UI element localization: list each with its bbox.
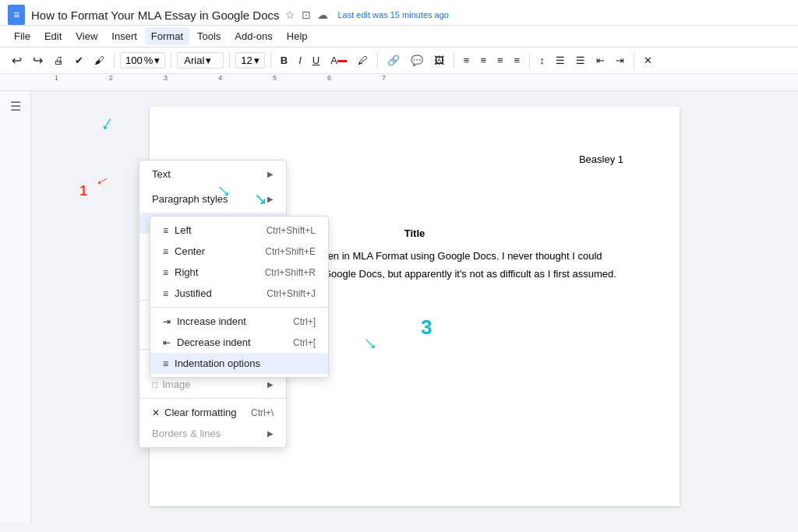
font-size-select[interactable]: 12 ▾ <box>235 52 264 69</box>
last-edit: Last edit was 15 minutes ago <box>337 10 448 19</box>
menu-row-borders[interactable]: Borders & lines ▶ <box>139 423 286 444</box>
increase-indent-label: Increase indent <box>177 315 293 327</box>
left-sidebar: ☰ <box>0 91 31 522</box>
decrease-indent-toolbar-btn[interactable]: ⇤ <box>592 52 609 69</box>
align-center-shortcut: Ctrl+Shift+E <box>265 246 316 257</box>
list-btn[interactable]: ☰ <box>552 52 569 69</box>
align-left-label: Left <box>175 224 267 236</box>
clearformat-shortcut: Ctrl+\ <box>251 407 274 418</box>
decrease-indent-shortcut: Ctrl+[ <box>293 337 316 348</box>
sep6 <box>454 53 454 69</box>
increase-indent-row[interactable]: ⇥ Increase indent Ctrl+] <box>150 311 328 332</box>
align-right-btn[interactable]: ≡ <box>493 52 507 69</box>
font-size-arrow: ▾ <box>254 55 260 66</box>
clear-format-btn[interactable]: ✕ <box>640 52 656 69</box>
menu-view[interactable]: View <box>69 27 104 45</box>
keep-icon[interactable]: ⊡ <box>302 9 311 21</box>
menu-bar: File Edit View Insert Format Tools Add-o… <box>0 26 798 48</box>
menu-row-paragraph[interactable]: Paragraph styles ↘ ▶ <box>139 185 286 213</box>
menu-edit[interactable]: Edit <box>38 27 68 45</box>
header-right-text: Beasley 1 <box>579 153 623 165</box>
menu-help[interactable]: Help <box>281 27 314 45</box>
title-bar: How to Format Your MLA Essay in Google D… <box>0 0 798 26</box>
align-center-icon: ≡ <box>163 246 168 257</box>
menu-tools[interactable]: Tools <box>191 27 227 45</box>
align-right-icon: ≡ <box>163 267 168 278</box>
line-spacing-btn[interactable]: ↕ <box>535 52 549 69</box>
align-left-icon: ≡ <box>163 225 168 236</box>
menu-file[interactable]: File <box>8 27 37 45</box>
star-icon[interactable]: ☆ <box>285 9 295 21</box>
align-left-btn[interactable]: ≡ <box>460 52 474 69</box>
align-justify-icon: ≡ <box>163 288 168 299</box>
indentation-options-row[interactable]: ≡ Indentation options <box>150 353 328 374</box>
doc-title-text: Title <box>404 227 425 239</box>
menu-insert[interactable]: Insert <box>105 27 143 45</box>
align-justify-label: Justified <box>175 287 267 299</box>
doc-title: How to Format Your MLA Essay in Google D… <box>31 9 279 22</box>
italic-btn[interactable]: I <box>295 52 305 69</box>
increase-indent-icon: ⇥ <box>163 316 171 327</box>
text-arrow-icon: ▶ <box>267 170 274 178</box>
menu-addons[interactable]: Add-ons <box>228 27 278 45</box>
align-left-shortcut: Ctrl+Shift+L <box>267 225 316 236</box>
indentation-options-icon: ≡ <box>163 358 168 369</box>
menu-text-label: Text <box>152 168 267 180</box>
align-right-label: Right <box>175 266 265 278</box>
align-justify-row[interactable]: ≡ Justified Ctrl+Shift+J <box>150 283 328 304</box>
image-icon: □ <box>152 379 157 390</box>
align-right-row[interactable]: ≡ Right Ctrl+Shift+R <box>150 262 328 283</box>
align-left-row[interactable]: ≡ Left Ctrl+Shift+L <box>150 220 328 241</box>
sep4 <box>270 53 271 69</box>
toolbar: ↩ ↪ 🖨 ✔ 🖌 100% ▾ Arial ▾ 12 ▾ B I U A 🖊 … <box>0 48 798 74</box>
zoom-select[interactable]: 100% ▾ <box>120 52 165 69</box>
menu-row-text[interactable]: Text ▶ <box>139 164 286 185</box>
decrease-indent-label: Decrease indent <box>177 336 293 348</box>
menu-clearformat-label: Clear formatting <box>164 407 251 418</box>
text-color-btn[interactable]: A <box>327 52 351 69</box>
align-submenu-section2: ⇥ Increase indent Ctrl+] ⇤ Decrease inde… <box>150 307 328 377</box>
align-submenu-section1: ≡ Left Ctrl+Shift+L ≡ Center Ctrl+Shift+… <box>150 217 328 307</box>
highlight-btn[interactable]: 🖊 <box>354 52 372 69</box>
underline-btn[interactable]: U <box>309 52 323 69</box>
bold-btn[interactable]: B <box>277 52 291 69</box>
spellcheck-btn[interactable]: ✔ <box>71 52 87 69</box>
align-center-row[interactable]: ≡ Center Ctrl+Shift+E <box>150 241 328 262</box>
increase-indent-toolbar-btn[interactable]: ⇥ <box>612 52 628 69</box>
outline-icon[interactable]: ☰ <box>10 99 21 114</box>
undo-btn[interactable]: ↩ <box>8 51 26 70</box>
menu-image-label: Image <box>162 379 267 390</box>
ruler-container: 1 2 3 4 5 6 7 <box>47 74 782 91</box>
paint-btn[interactable]: 🖌 <box>90 52 108 69</box>
comment-btn[interactable]: 💬 <box>407 52 427 69</box>
align-center-btn[interactable]: ≡ <box>476 52 490 69</box>
align-right-shortcut: Ctrl+Shift+R <box>265 267 316 278</box>
link-btn[interactable]: 🔗 <box>383 52 404 69</box>
menu-borders-label: Borders & lines <box>152 428 267 439</box>
image-btn[interactable]: 🖼 <box>430 52 448 69</box>
borders-arrow-icon: ▶ <box>267 429 274 438</box>
image-arrow-icon: ▶ <box>267 380 274 389</box>
increase-indent-shortcut: Ctrl+] <box>293 316 316 327</box>
redo-btn[interactable]: ↪ <box>29 51 47 70</box>
ordered-list-btn[interactable]: ☰ <box>572 52 589 69</box>
print-btn[interactable]: 🖨 <box>50 52 68 69</box>
menu-paragraph-label: Paragraph styles <box>152 193 251 205</box>
cloud-icon[interactable]: ☁ <box>317 9 328 21</box>
menu-row-clearformat[interactable]: ✕ Clear formatting Ctrl+\ <box>139 402 286 423</box>
zoom-arrow: ▾ <box>154 55 160 66</box>
align-justify-btn[interactable]: ≡ <box>510 52 524 69</box>
align-center-label: Center <box>175 245 265 257</box>
font-value: Arial <box>184 55 204 66</box>
ruler: 1 2 3 4 5 6 7 <box>0 74 798 91</box>
decrease-indent-icon: ⇤ <box>163 337 171 348</box>
decrease-indent-row[interactable]: ⇤ Decrease indent Ctrl+[ <box>150 332 328 353</box>
sep3 <box>229 53 230 69</box>
sep5 <box>377 53 378 69</box>
align-submenu: ≡ Left Ctrl+Shift+L ≡ Center Ctrl+Shift+… <box>150 216 329 378</box>
menu-format[interactable]: Format <box>145 27 189 45</box>
content-area: ☰ Beasley 1 gupta ) Title This is an ess… <box>0 91 798 522</box>
font-size-value: 12 <box>241 55 252 66</box>
title-area: How to Format Your MLA Essay in Google D… <box>31 9 449 22</box>
font-select[interactable]: Arial ▾ <box>177 52 224 69</box>
